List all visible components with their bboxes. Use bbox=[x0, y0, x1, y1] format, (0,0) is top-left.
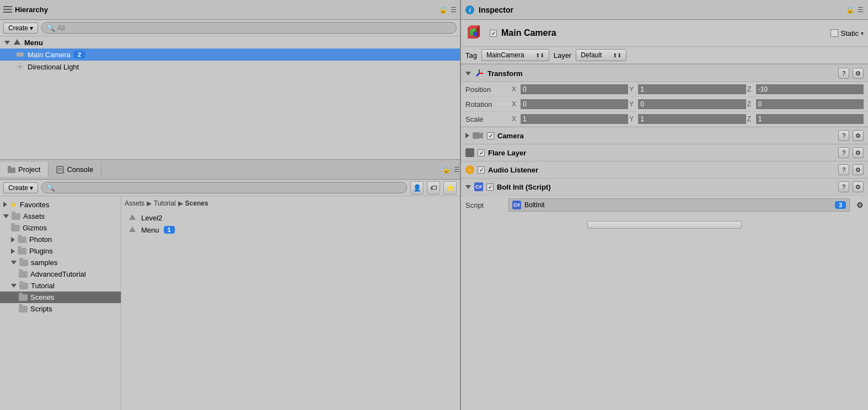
hierarchy-item-directionallight[interactable]: Directional Light bbox=[0, 61, 460, 73]
breadcrumb-tutorial: Tutorial bbox=[154, 199, 176, 207]
script-badge: 3 bbox=[835, 201, 846, 209]
hierarchy-create-button[interactable]: Create ▾ bbox=[3, 23, 38, 34]
position-x-input[interactable] bbox=[521, 84, 628, 94]
svg-marker-17 bbox=[129, 226, 136, 232]
bolt-help-button[interactable]: ? bbox=[838, 181, 849, 192]
script-value-box[interactable]: C# BoltInit 3 bbox=[508, 198, 850, 212]
camera-help-button[interactable]: ? bbox=[838, 130, 849, 141]
sidebar-item-scripts[interactable]: Scripts bbox=[0, 303, 121, 315]
tabs-row: Project Console 🔒 ☰ bbox=[0, 160, 460, 180]
bolt-checkbox[interactable]: ✓ bbox=[486, 184, 494, 191]
sidebar-item-scenes[interactable]: Scenes bbox=[0, 292, 121, 303]
scene-icon bbox=[128, 225, 137, 234]
rotation-z-input[interactable] bbox=[756, 99, 864, 109]
object-active-checkbox[interactable]: ✓ bbox=[490, 30, 497, 37]
rotation-label: Rotation bbox=[465, 100, 510, 109]
menu-icon[interactable]: ☰ bbox=[454, 166, 460, 174]
sidebar-item-tutorial[interactable]: Tutorial bbox=[0, 280, 121, 292]
menu-icon[interactable]: ☰ bbox=[451, 6, 457, 14]
camera-settings-button[interactable]: ⚙ bbox=[853, 130, 864, 141]
asset-badge: 1 bbox=[164, 226, 175, 234]
project-search-box[interactable]: 🔍 bbox=[41, 182, 407, 193]
audio-listener-component: ♪ ✓ Audio Listener ? ⚙ bbox=[461, 161, 868, 178]
x-label: X bbox=[512, 100, 519, 108]
project-star-icon-btn[interactable]: ⭐ bbox=[443, 181, 457, 195]
transform-header: Transform ? ⚙ bbox=[461, 64, 868, 82]
folder-icon bbox=[19, 306, 28, 312]
hierarchy-search-input[interactable] bbox=[57, 24, 452, 32]
menu-icon[interactable]: ☰ bbox=[858, 6, 864, 14]
transform-settings-button[interactable]: ⚙ bbox=[853, 68, 864, 79]
sidebar-item-favorites[interactable]: ★ Favorites bbox=[0, 198, 121, 211]
lock-icon[interactable]: 🔒 bbox=[846, 6, 854, 14]
search-icon: 🔍 bbox=[46, 184, 55, 192]
camera-expand-icon[interactable] bbox=[465, 133, 469, 138]
scale-z-input[interactable] bbox=[756, 114, 864, 124]
scale-y-item: Y bbox=[629, 114, 746, 124]
sidebar-item-advancedtutorial[interactable]: AdvancedTutorial bbox=[0, 268, 121, 280]
scale-x-input[interactable] bbox=[521, 114, 628, 124]
layer-dropdown[interactable]: Default ⬆⬇ bbox=[576, 49, 626, 61]
add-component-button[interactable] bbox=[587, 221, 742, 229]
tag-dropdown[interactable]: MainCamera ⬆⬇ bbox=[481, 49, 549, 61]
camera-checkbox[interactable]: ✓ bbox=[487, 132, 494, 139]
lock-icon[interactable]: 🔒 bbox=[439, 6, 447, 14]
project-main: Assets ▶ Tutorial ▶ Scenes Level2 bbox=[121, 196, 460, 410]
position-y-input[interactable] bbox=[638, 84, 746, 94]
scene-name-label: Menu bbox=[24, 39, 43, 47]
tab-console-label: Console bbox=[67, 165, 93, 174]
project-person-icon-btn[interactable]: 👤 bbox=[410, 181, 424, 195]
rotation-x-input[interactable] bbox=[521, 99, 628, 109]
breadcrumb-scenes: Scenes bbox=[185, 199, 208, 207]
hierarchy-scene[interactable]: Menu bbox=[0, 36, 460, 48]
project-search-input[interactable] bbox=[57, 184, 402, 192]
transform-icon bbox=[474, 68, 484, 78]
flare-checkbox[interactable]: ✓ bbox=[478, 149, 485, 157]
camera-title: Camera bbox=[497, 132, 835, 140]
position-z-input[interactable] bbox=[756, 84, 864, 94]
plugins-label: Plugins bbox=[29, 247, 53, 255]
lock-icon[interactable]: 🔒 bbox=[442, 166, 451, 174]
bolt-settings-button[interactable]: ⚙ bbox=[853, 181, 864, 192]
script-settings-icon[interactable]: ⚙ bbox=[856, 201, 864, 209]
static-checkbox[interactable] bbox=[831, 29, 838, 37]
folder-icon bbox=[19, 271, 28, 278]
scale-y-input[interactable] bbox=[638, 114, 746, 124]
sidebar-item-gizmos[interactable]: Gizmos bbox=[0, 222, 121, 234]
tab-project[interactable]: Project bbox=[0, 162, 49, 177]
hierarchy-search-box[interactable]: 🔍 bbox=[41, 22, 457, 34]
left-panel: Hierarchy 🔒 ☰ Create ▾ 🔍 Me bbox=[0, 0, 460, 410]
hierarchy-item-maincamera[interactable]: Main Camera 2 bbox=[0, 48, 460, 61]
flare-settings-button[interactable]: ⚙ bbox=[853, 147, 864, 158]
transform-scale-row: Scale X Y Z bbox=[461, 112, 868, 127]
sidebar-item-plugins[interactable]: Plugins bbox=[0, 245, 121, 257]
asset-item-menu[interactable]: Menu 1 bbox=[125, 224, 457, 236]
sidebar-item-photon[interactable]: Photon bbox=[0, 234, 121, 245]
audio-checkbox[interactable]: ✓ bbox=[478, 166, 485, 174]
breadcrumb: Assets ▶ Tutorial ▶ Scenes bbox=[125, 199, 457, 207]
tab-console[interactable]: Console bbox=[49, 162, 101, 177]
static-dropdown-arrow[interactable]: ▾ bbox=[861, 30, 864, 36]
sidebar-item-samples[interactable]: samples bbox=[0, 257, 121, 268]
folder-icon bbox=[19, 283, 28, 289]
dropdown-arrow-icon: ▾ bbox=[30, 184, 33, 192]
tab-project-label: Project bbox=[18, 165, 40, 174]
svg-rect-4 bbox=[17, 52, 22, 57]
transform-collapse-icon[interactable] bbox=[465, 72, 471, 75]
project-create-button[interactable]: Create ▾ bbox=[3, 182, 38, 193]
flare-help-button[interactable]: ? bbox=[838, 147, 849, 158]
bolt-collapse-icon[interactable] bbox=[465, 185, 471, 189]
transform-help-button[interactable]: ? bbox=[838, 68, 849, 79]
project-panel-icons: 🔒 ☰ bbox=[442, 166, 460, 174]
audio-settings-button[interactable]: ⚙ bbox=[853, 164, 864, 175]
project-tag-icon-btn[interactable]: 🏷 bbox=[427, 181, 440, 195]
asset-item-level2[interactable]: Level2 bbox=[125, 212, 457, 224]
audio-help-button[interactable]: ? bbox=[838, 164, 849, 175]
rotation-y-input[interactable] bbox=[638, 99, 746, 109]
inspector-title-text: Inspector bbox=[479, 6, 513, 14]
sidebar-item-assets[interactable]: Assets bbox=[0, 211, 121, 222]
hierarchy-title-text: Hierarchy bbox=[15, 6, 48, 14]
svg-line-27 bbox=[476, 73, 479, 76]
asset-name: Menu bbox=[141, 226, 159, 234]
transform-rotation-row: Rotation X Y Z bbox=[461, 97, 868, 112]
